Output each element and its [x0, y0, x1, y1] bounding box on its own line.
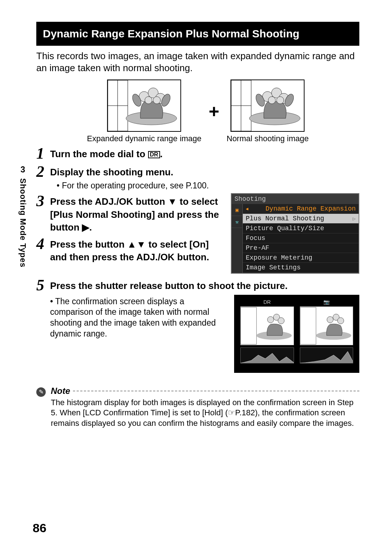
menu-title: Shooting — [232, 194, 359, 204]
note-icon: ✎ — [36, 387, 46, 397]
note-text: The histogram display for both images is… — [51, 398, 359, 429]
sidebar: 3 Shooting Mode Types — [18, 165, 28, 268]
normal-shooting-image — [230, 80, 305, 132]
note-page-ref: ☞P.182 — [228, 408, 255, 417]
svg-point-24 — [268, 316, 274, 322]
step-5-title: Press the shutter release button to shoo… — [50, 280, 359, 292]
step-2-bullet: For the operating procedure, see P.100. — [57, 180, 359, 191]
menu-item: Focus — [243, 233, 359, 243]
step-1-suffix: . — [160, 148, 163, 159]
svg-point-7 — [145, 97, 152, 104]
dr-mode-icon: DR — [148, 151, 160, 158]
shooting-menu-screenshot: Shooting ▣ ⚒ Dynamic Range Expansion Plu… — [231, 193, 359, 274]
step-1-prefix: Turn the mode dial to — [50, 148, 148, 159]
svg-point-31 — [337, 317, 343, 323]
menu-selected-item: Plus Normal Shooting ▷ — [243, 214, 359, 224]
note-divider — [73, 391, 359, 391]
step-3-title: Press the ADJ./OK button ▼ to select [Pl… — [50, 195, 222, 233]
expanded-dr-image — [107, 80, 181, 132]
menu-header-item: Dynamic Range Expansion — [243, 204, 359, 214]
svg-point-19 — [277, 97, 284, 104]
svg-rect-22 — [241, 307, 257, 344]
image-comparison: Expanded dynamic range image + — [36, 80, 359, 143]
step-number: 1 — [36, 146, 50, 162]
step-number: 3 — [36, 193, 50, 209]
plus-icon: + — [209, 101, 219, 122]
page-number: 86 — [33, 521, 46, 535]
menu-item: Pre-AF — [243, 243, 359, 253]
dr-thumb-image — [240, 306, 294, 345]
menu-item: Exposure Metering — [243, 253, 359, 263]
caption-right: Normal shooting image — [226, 134, 309, 143]
histogram-left — [240, 347, 294, 363]
step-number: 4 — [36, 236, 50, 252]
intro-text: This records two images, an image taken … — [36, 50, 359, 75]
step-number: 2 — [36, 164, 50, 180]
confirmation-screen: DR — [234, 295, 359, 373]
menu-selected-label: Plus Normal Shooting — [246, 215, 324, 222]
chapter-number: 3 — [21, 165, 25, 175]
tool-tab-icon: ⚒ — [232, 216, 242, 228]
menu-item: Picture Quality/Size — [243, 224, 359, 233]
histogram-right — [300, 347, 354, 363]
normal-thumb-image — [300, 306, 354, 345]
svg-point-18 — [268, 97, 275, 104]
chevron-right-icon: ▷ — [353, 216, 356, 222]
menu-item: Image Settings — [243, 263, 359, 273]
step-number: 5 — [36, 277, 50, 293]
note-label: Note — [51, 386, 70, 396]
camera-tab-icon: ▣ — [232, 204, 242, 216]
step-2-title: Display the shooting menu. — [50, 166, 359, 179]
step-1-title: Turn the mode dial to DR. — [50, 148, 359, 160]
section-heading: Dynamic Range Expansion Plus Normal Shoo… — [36, 22, 359, 46]
dr-thumb-icon: DR — [264, 299, 271, 306]
svg-rect-27 — [300, 307, 316, 344]
sidebar-label: Shooting Mode Types — [18, 178, 28, 268]
svg-point-29 — [327, 316, 333, 322]
svg-point-26 — [278, 317, 284, 323]
camera-thumb-icon: 📷 — [323, 299, 330, 306]
svg-point-8 — [153, 97, 160, 104]
step-4-title: Press the button ▲▼ to select [On] and t… — [50, 238, 222, 264]
step-5-bullet: The confirmation screen displays a compa… — [50, 296, 225, 340]
caption-left: Expanded dynamic range image — [87, 134, 202, 143]
